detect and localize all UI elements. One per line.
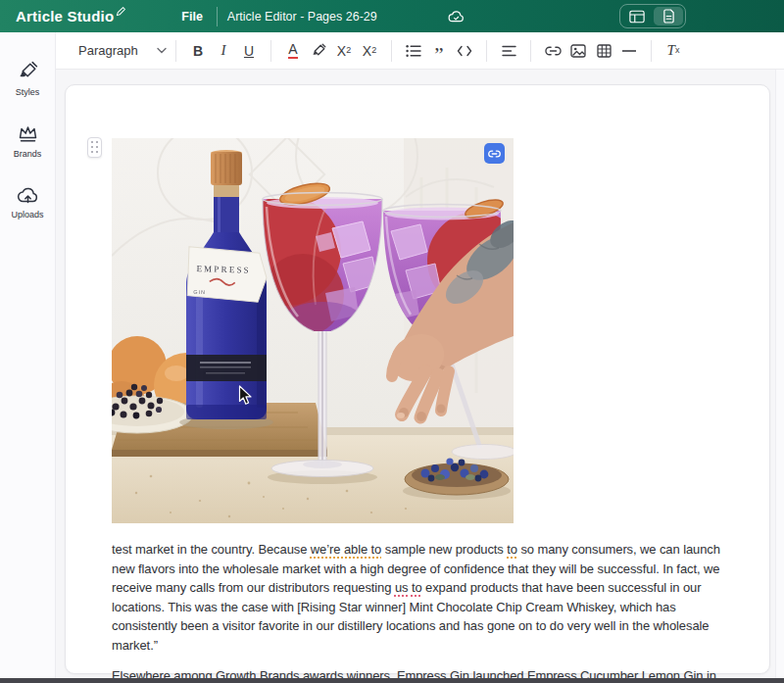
sidebar-item-styles[interactable]: Styles — [16, 61, 40, 97]
document-title: Article Editor - Pages 26-29 — [227, 10, 377, 24]
window-bottom-edge — [0, 678, 784, 683]
image-button[interactable] — [565, 38, 591, 64]
brush-icon — [17, 61, 38, 82]
paragraph[interactable]: test market in the country. Because we’r… — [112, 540, 735, 655]
annotation-error: us — [395, 580, 409, 595]
toolbar-divider — [486, 40, 487, 62]
header-divider — [217, 7, 218, 26]
sidebar-item-label: Uploads — [11, 210, 43, 220]
text-color-button[interactable]: A — [280, 38, 306, 64]
article-image[interactable]: EMPRESS GIN — [112, 138, 514, 523]
block-style-select[interactable]: Paragraph — [78, 43, 167, 58]
clear-formatting-button[interactable]: Tx — [661, 38, 686, 64]
bottle-gin-text: GIN — [193, 289, 206, 295]
toolbar-divider — [530, 40, 531, 62]
sidebar-item-brands[interactable]: Brands — [14, 123, 42, 159]
scrollbar-track[interactable] — [775, 70, 784, 678]
image-link-badge[interactable] — [484, 143, 505, 164]
formatting-toolbar: Paragraph B I U A X2 X2 ” Tx — [56, 32, 784, 70]
bold-button[interactable]: B — [185, 38, 211, 64]
link-button[interactable] — [540, 38, 565, 64]
italic-button[interactable]: I — [211, 38, 236, 64]
horizontal-rule-button[interactable] — [616, 38, 642, 64]
page-card: EMPRESS GIN — [65, 84, 770, 674]
pen-icon — [116, 6, 126, 17]
view-toggle-group — [619, 4, 686, 28]
autosave-cloud-icon — [448, 10, 465, 24]
file-menu-button[interactable]: File — [173, 6, 211, 27]
superscript-button[interactable]: X2 — [331, 38, 357, 64]
app-logo: Article Studio — [16, 8, 126, 24]
bullet-list-button[interactable] — [401, 38, 426, 64]
editor-canvas: EMPRESS GIN — [56, 70, 784, 678]
chevron-down-icon — [157, 47, 167, 54]
grid-view-button[interactable] — [622, 7, 652, 25]
sidebar-item-label: Brands — [14, 149, 42, 159]
align-button[interactable] — [496, 38, 521, 64]
document-view-button[interactable] — [654, 7, 683, 25]
toolbar-divider — [651, 40, 652, 62]
app-header: Article Studio File Article Editor - Pag… — [0, 0, 784, 32]
cloud-upload-icon — [17, 185, 39, 205]
editor-body[interactable]: test market in the country. Because we’r… — [112, 540, 735, 683]
table-button[interactable] — [591, 38, 616, 64]
toolbar-divider — [391, 40, 392, 62]
block-drag-handle[interactable] — [87, 137, 102, 158]
sidebar-item-uploads[interactable]: Uploads — [11, 185, 43, 220]
app-title: Article Studio — [16, 8, 114, 24]
blockquote-button[interactable]: ” — [426, 38, 452, 64]
code-button[interactable] — [452, 38, 477, 64]
toolbar-divider — [270, 40, 271, 62]
underline-button[interactable]: U — [236, 38, 262, 64]
subscript-button[interactable]: X2 — [357, 38, 382, 64]
annotation-warn: we’re able to — [311, 542, 381, 557]
annotation-error: to — [412, 580, 422, 595]
sidebar-item-label: Styles — [16, 87, 40, 97]
block-style-value: Paragraph — [78, 43, 138, 58]
annotation-warn: to — [507, 542, 517, 557]
bottle-label-text: EMPRESS — [196, 264, 251, 275]
left-sidebar: Styles Brands Uploads — [0, 32, 56, 678]
crown-icon — [17, 123, 39, 144]
toolbar-divider — [175, 40, 176, 62]
link-icon — [488, 150, 501, 158]
highlighter-button[interactable] — [306, 38, 331, 64]
